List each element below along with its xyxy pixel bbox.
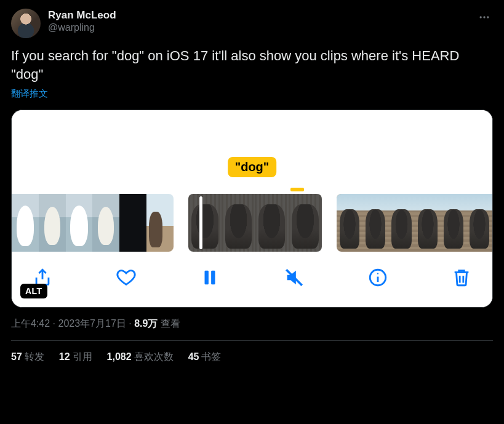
likes-stat[interactable]: 1,082喜欢次数: [107, 351, 174, 364]
tweet-meta: 上午4:42 · 2023年7月17日 · 8.9万 查看: [11, 318, 493, 330]
clip-frame: [388, 194, 414, 252]
author-names: Ryan McLeod @warpling: [48, 9, 116, 34]
clip-frame: [441, 194, 466, 252]
likes-count: 1,082: [107, 351, 132, 362]
clip-frame: [39, 194, 66, 252]
media-card[interactable]: "dog": [11, 110, 493, 308]
views-count: 8.9万: [134, 318, 158, 329]
tweet-time[interactable]: 上午4:42: [11, 318, 50, 329]
clip-frame: [466, 194, 492, 252]
svg-point-0: [480, 16, 482, 18]
more-icon: [478, 11, 490, 23]
delete-button[interactable]: [449, 265, 474, 290]
clip-frame: [188, 194, 222, 252]
bookmarks-stat[interactable]: 45书签: [188, 351, 222, 364]
clip-frame: [92, 194, 119, 252]
clip-frame: [119, 194, 146, 252]
retweets-stat[interactable]: 57转发: [11, 351, 44, 364]
tweet-date[interactable]: 2023年7月17日: [58, 318, 126, 329]
pause-button[interactable]: [198, 265, 222, 290]
clip-frame: [146, 194, 174, 252]
author-display-name[interactable]: Ryan McLeod: [48, 9, 116, 22]
favorite-button[interactable]: [114, 265, 138, 290]
alt-badge[interactable]: ALT: [20, 284, 47, 298]
tweet-text: If you search for "dog" on iOS 17 it'll …: [11, 47, 493, 83]
clip-frame: [66, 194, 93, 252]
clip-frame: [12, 194, 39, 252]
bookmarks-label: 书签: [201, 351, 221, 362]
svg-point-1: [483, 16, 485, 18]
retweets-label: 转发: [25, 351, 44, 362]
speaker-muted-icon: [284, 267, 305, 288]
clip-frame: [415, 194, 441, 252]
trash-icon: [451, 267, 472, 288]
tweet-stats: 57转发 12引用 1,082喜欢次数 45书签: [11, 351, 493, 364]
video-filmstrip[interactable]: [12, 194, 492, 252]
svg-rect-3: [205, 271, 209, 285]
quotes-count: 12: [59, 351, 70, 362]
translate-link[interactable]: 翻译推文: [11, 88, 48, 100]
likes-label: 喜欢次数: [134, 351, 174, 362]
search-token-label: "dog": [228, 157, 277, 177]
clip-frame: [222, 194, 255, 252]
mute-button[interactable]: [282, 265, 306, 290]
clip-frame: [362, 194, 388, 252]
svg-point-8: [377, 273, 378, 274]
author-handle[interactable]: @warpling: [48, 22, 116, 34]
clip-thumb-group[interactable]: [12, 194, 174, 252]
views-label: 查看: [161, 318, 180, 329]
svg-point-2: [487, 16, 489, 18]
quotes-stat[interactable]: 12引用: [59, 351, 92, 364]
clip-frame: [337, 194, 362, 252]
media-toolbar: [12, 252, 492, 307]
more-button[interactable]: [476, 9, 493, 26]
tweet-container: Ryan McLeod @warpling If you search for …: [0, 0, 504, 364]
clip-thumb-group[interactable]: [337, 194, 492, 252]
tweet-header: Ryan McLeod @warpling: [11, 9, 493, 38]
retweets-count: 57: [11, 351, 22, 362]
info-button[interactable]: [366, 265, 390, 290]
avatar[interactable]: [11, 9, 41, 38]
clip-frame: [289, 194, 322, 252]
clip-thumb-group-active[interactable]: [188, 194, 322, 252]
bookmarks-count: 45: [188, 351, 199, 362]
clip-frame: [255, 194, 288, 252]
pause-icon: [199, 267, 220, 288]
svg-rect-4: [212, 271, 215, 285]
playhead-icon[interactable]: [199, 196, 202, 249]
media-top-area: "dog": [12, 110, 492, 194]
heart-icon: [116, 267, 137, 288]
search-token-marker: [290, 188, 304, 191]
info-icon: [367, 267, 388, 288]
divider: [11, 340, 493, 341]
quotes-label: 引用: [73, 351, 92, 362]
